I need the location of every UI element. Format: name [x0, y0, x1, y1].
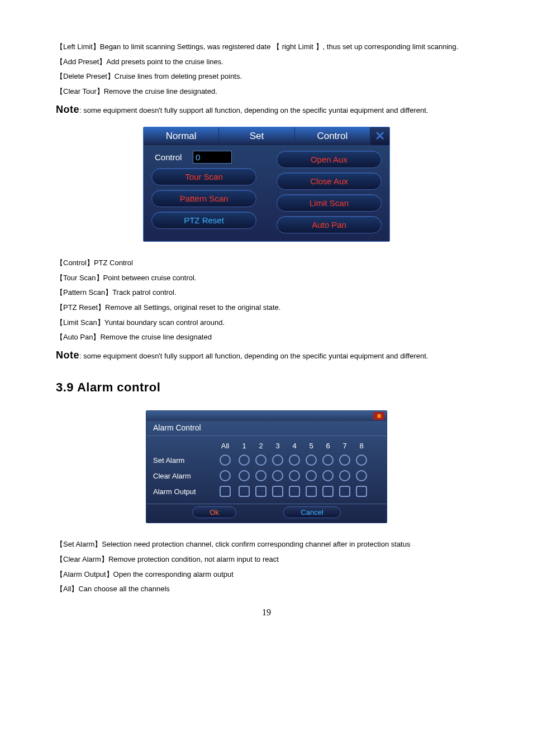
- clear-alarm-3-radio[interactable]: [272, 470, 283, 481]
- para-add-preset: 【Add Preset】Add presets point to the cru…: [56, 55, 477, 69]
- alarm-output-1-checkbox[interactable]: [239, 486, 250, 497]
- para-delete-preset: 【Delete Preset】Cruise lines from deletin…: [56, 70, 477, 84]
- para-pattern-scan: 【Pattern Scan】Track patrol control.: [56, 286, 477, 300]
- col-8: 8: [353, 442, 370, 450]
- set-alarm-2-radio[interactable]: [255, 454, 266, 466]
- ok-button[interactable]: Ok: [192, 506, 236, 518]
- clear-alarm-7-radio[interactable]: [339, 470, 350, 481]
- para-alarm-output: 【Alarm Output】Open the corresponding ala…: [56, 568, 477, 582]
- section-3-9-title: 3.9 Alarm control: [56, 380, 477, 395]
- auto-pan-button[interactable]: Auto Pan: [277, 216, 382, 233]
- note-label-2: Note: [56, 350, 79, 361]
- set-alarm-all-radio[interactable]: [220, 454, 231, 466]
- col-1: 1: [236, 442, 253, 450]
- clear-alarm-6-radio[interactable]: [322, 470, 334, 481]
- open-aux-button[interactable]: Open Aux: [277, 151, 382, 168]
- note-body: : some equipment doesn't fully support a…: [79, 106, 428, 114]
- para-auto-pan: 【Auto Pan】Remove the cruise line designa…: [56, 331, 477, 344]
- col-3: 3: [269, 442, 286, 450]
- close-aux-button[interactable]: Close Aux: [277, 173, 382, 190]
- set-alarm-6-radio[interactable]: [322, 454, 334, 466]
- control-input[interactable]: [193, 151, 232, 164]
- set-alarm-1-radio[interactable]: [239, 454, 250, 466]
- set-alarm-8-radio[interactable]: [356, 454, 367, 466]
- alarm-grid: All 1 2 3 4 5 6 7 8 Set Alarm Clear A: [153, 442, 380, 497]
- ptz-control-panel: Normal Set Control ✕ Control Tour Scan P…: [143, 127, 390, 242]
- note-body-2: : some equipment doesn't fully support a…: [79, 352, 428, 360]
- set-alarm-5-radio[interactable]: [306, 454, 317, 466]
- para-left-limit: 【Left Limit】Began to limit scanning Sett…: [56, 40, 477, 54]
- note-label: Note: [56, 104, 79, 115]
- col-5: 5: [303, 442, 320, 450]
- clear-alarm-2-radio[interactable]: [255, 470, 266, 481]
- set-alarm-7-radio[interactable]: [339, 454, 350, 466]
- para-control: 【Control】PTZ Control: [56, 256, 477, 270]
- close-icon[interactable]: ✕: [370, 127, 389, 145]
- para-clear-tour: 【Clear Tour】Remove the cruise line desig…: [56, 85, 477, 99]
- close-icon[interactable]: ✖: [373, 412, 384, 420]
- page-number: 19: [56, 607, 477, 618]
- row-set-alarm: Set Alarm: [153, 456, 215, 465]
- row-alarm-output: Alarm Output: [153, 487, 215, 496]
- para-limit-scan: 【Limit Scan】Yuntai boundary scan control…: [56, 316, 477, 330]
- col-all: All: [215, 442, 236, 450]
- alarm-output-2-checkbox[interactable]: [255, 486, 266, 497]
- alarm-output-8-checkbox[interactable]: [356, 486, 367, 497]
- set-alarm-3-radio[interactable]: [272, 454, 283, 466]
- para-all: 【All】Can choose all the channels: [56, 582, 477, 596]
- clear-alarm-all-radio[interactable]: [220, 470, 231, 481]
- para-clear-alarm: 【Clear Alarm】Remove protection condition…: [56, 553, 477, 567]
- col-7: 7: [336, 442, 353, 450]
- alarm-output-all-checkbox[interactable]: [220, 486, 231, 497]
- tab-normal[interactable]: Normal: [144, 127, 219, 145]
- clear-alarm-4-radio[interactable]: [289, 470, 300, 481]
- ptz-tabs: Normal Set Control ✕: [144, 127, 389, 145]
- limit-scan-button[interactable]: Limit Scan: [277, 194, 382, 212]
- row-clear-alarm: Clear Alarm: [153, 472, 215, 480]
- alarm-output-3-checkbox[interactable]: [272, 486, 283, 497]
- clear-alarm-8-radio[interactable]: [356, 470, 367, 481]
- set-alarm-4-radio[interactable]: [289, 454, 300, 466]
- note-2: Note: some equipment doesn't fully suppo…: [56, 346, 477, 365]
- pattern-scan-button[interactable]: Pattern Scan: [151, 190, 256, 207]
- tab-set[interactable]: Set: [219, 127, 294, 145]
- alarm-dialog-title: Alarm Control: [146, 421, 387, 436]
- alarm-output-5-checkbox[interactable]: [306, 486, 317, 497]
- ptz-reset-button[interactable]: PTZ Reset: [151, 212, 256, 229]
- alarm-output-6-checkbox[interactable]: [322, 486, 334, 497]
- para-ptz-reset: 【PTZ Reset】Remove all Settings, original…: [56, 301, 477, 315]
- col-2: 2: [253, 442, 269, 450]
- tab-control[interactable]: Control: [295, 127, 370, 145]
- control-label: Control: [151, 152, 188, 162]
- para-set-alarm: 【Set Alarm】Selection need protection cha…: [56, 538, 477, 552]
- cancel-button[interactable]: Cancel: [283, 506, 340, 518]
- alarm-control-dialog: ✖ Alarm Control All 1 2 3 4 5 6 7 8 Set …: [146, 410, 387, 523]
- clear-alarm-1-radio[interactable]: [239, 470, 250, 481]
- col-6: 6: [320, 442, 336, 450]
- tour-scan-button[interactable]: Tour Scan: [151, 168, 256, 185]
- note-1: Note: some equipment doesn't fully suppo…: [56, 100, 477, 119]
- col-4: 4: [286, 442, 303, 450]
- clear-alarm-5-radio[interactable]: [306, 470, 317, 481]
- alarm-output-7-checkbox[interactable]: [339, 486, 350, 497]
- para-tour-scan: 【Tour Scan】Point between cruise control.: [56, 271, 477, 285]
- alarm-output-4-checkbox[interactable]: [289, 486, 300, 497]
